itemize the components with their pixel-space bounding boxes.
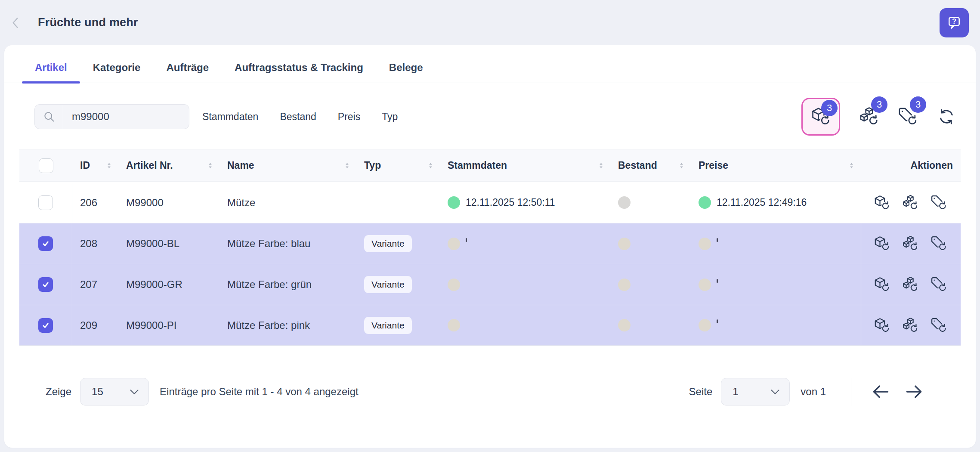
cell-stammdaten (440, 319, 610, 331)
table-body: 206 M99000 Mütze 12.11.2025 12:50:11 12.… (19, 182, 961, 346)
table-row: 207 M99000-GR Mütze Farbe: grün Variante (19, 264, 961, 305)
sort-icon[interactable] (848, 161, 855, 170)
column-header-bestand[interactable]: Bestand (610, 160, 691, 171)
search-box[interactable] (34, 104, 189, 129)
status-dot (699, 238, 711, 250)
sync-price-action-button[interactable] (931, 317, 947, 334)
tab-belege[interactable]: Belege (376, 62, 436, 83)
row-checkbox[interactable] (38, 277, 53, 292)
tag-sync-icon (931, 235, 947, 252)
cube-sync-icon (874, 317, 890, 334)
row-select-cell (19, 305, 72, 345)
filter-preis[interactable]: Preis (338, 111, 360, 123)
tag-sync-icon (931, 195, 947, 211)
pagination-bar: Zeige 15 Einträge pro Seite mit 1 - 4 vo… (19, 378, 961, 406)
column-header-typ[interactable]: Typ (356, 160, 440, 171)
status-dot (448, 319, 460, 331)
sync-article-action-button[interactable] (874, 276, 890, 293)
sort-icon[interactable] (344, 161, 350, 170)
tab-auftragsstatus-tracking[interactable]: Auftragsstatus & Tracking (222, 62, 376, 83)
top-bar: Früchte und mehr (0, 0, 980, 45)
sync-stock-action-button[interactable] (902, 195, 918, 211)
cell-artikel-nr: M99000-BL (118, 238, 219, 250)
next-page-button[interactable] (902, 380, 926, 404)
column-header-preise[interactable]: Preise (691, 160, 861, 171)
cell-id: 208 (72, 238, 118, 250)
filter-bestand[interactable]: Bestand (280, 111, 316, 123)
column-header-stammdaten[interactable]: Stammdaten (440, 160, 610, 171)
status-dot (448, 279, 460, 291)
toolbar: Stammdaten Bestand Preis Typ 3 3 3 (34, 98, 961, 136)
status-dot (699, 319, 711, 331)
cell-typ: Variante (356, 235, 440, 252)
sync-price-action-button[interactable] (931, 235, 947, 252)
cell-id: 209 (72, 319, 118, 331)
column-header-name[interactable]: Name (219, 160, 356, 171)
cell-preise (691, 279, 861, 291)
cell-aktionen (861, 305, 961, 345)
select-all-checkbox[interactable] (39, 158, 53, 173)
help-button[interactable] (940, 8, 969, 37)
sort-icon[interactable] (207, 161, 213, 170)
previous-page-button[interactable] (869, 380, 893, 404)
tab-auftraege[interactable]: Aufträge (153, 62, 222, 83)
cell-stammdaten (440, 238, 610, 250)
total-pages-label: von 1 (801, 386, 826, 398)
back-button[interactable] (6, 13, 25, 32)
variante-badge: Variante (364, 317, 412, 334)
sync-articles-badge: 3 (821, 100, 838, 116)
row-checkbox[interactable] (38, 318, 53, 333)
sync-prices-button[interactable]: 3 (898, 107, 918, 127)
tab-kategorie[interactable]: Kategorie (80, 62, 154, 83)
sync-price-action-button[interactable] (931, 276, 947, 293)
status-dot (699, 196, 711, 209)
sync-article-action-button[interactable] (874, 235, 890, 252)
column-header-artikel-nr[interactable]: Artikel Nr. (118, 160, 219, 171)
sync-stock-button[interactable]: 3 (859, 107, 879, 127)
sort-icon[interactable] (106, 161, 112, 170)
chevron-down-icon (770, 388, 780, 396)
row-checkbox[interactable] (38, 195, 53, 210)
cell-name: Mütze (219, 197, 356, 209)
cell-name: Mütze Farbe: blau (219, 238, 356, 250)
refresh-button[interactable] (937, 107, 956, 127)
sort-icon[interactable] (678, 161, 685, 170)
sort-icon[interactable] (427, 161, 434, 170)
table-row: 208 M99000-BL Mütze Farbe: blau Variante (19, 223, 961, 264)
cell-artikel-nr: M99000-PI (118, 319, 219, 331)
filter-typ[interactable]: Typ (382, 111, 398, 123)
filter-stammdaten[interactable]: Stammdaten (202, 111, 258, 123)
sync-article-action-button[interactable] (874, 317, 890, 334)
preise-timestamp: 12.11.2025 12:49:16 (717, 197, 807, 208)
cell-typ: Variante (356, 317, 440, 334)
tag-sync-icon (931, 317, 947, 334)
sync-stock-action-button[interactable] (902, 235, 918, 252)
sync-button-group: 3 3 3 (801, 98, 961, 136)
tag-sync-icon (931, 276, 947, 293)
tab-artikel[interactable]: Artikel (22, 62, 80, 83)
arrow-left-icon (871, 382, 890, 401)
divider (851, 378, 851, 406)
chevron-down-icon (130, 388, 139, 396)
page-size-label: Zeige (46, 386, 71, 398)
sync-articles-button[interactable]: 3 (801, 98, 840, 136)
row-checkbox[interactable] (38, 236, 53, 251)
page-size-value: 15 (92, 386, 103, 398)
cell-name: Mütze Farbe: grün (219, 279, 356, 291)
current-page-value: 1 (733, 386, 738, 398)
cell-id: 207 (72, 279, 118, 291)
page-select[interactable]: 1 (721, 378, 790, 406)
search-input[interactable] (63, 111, 189, 123)
mini-mark (717, 238, 718, 242)
page-title: Früchte und mehr (38, 16, 138, 29)
sync-article-action-button[interactable] (874, 195, 890, 211)
sync-stock-action-button[interactable] (902, 276, 918, 293)
sync-stock-action-button[interactable] (902, 317, 918, 334)
search-icon (35, 105, 63, 129)
cell-aktionen (861, 264, 961, 305)
sort-icon[interactable] (598, 161, 604, 170)
sync-price-action-button[interactable] (931, 195, 947, 211)
page-size-select[interactable]: 15 (80, 378, 149, 406)
column-header-id[interactable]: ID (72, 160, 118, 171)
row-select-cell (19, 182, 72, 223)
